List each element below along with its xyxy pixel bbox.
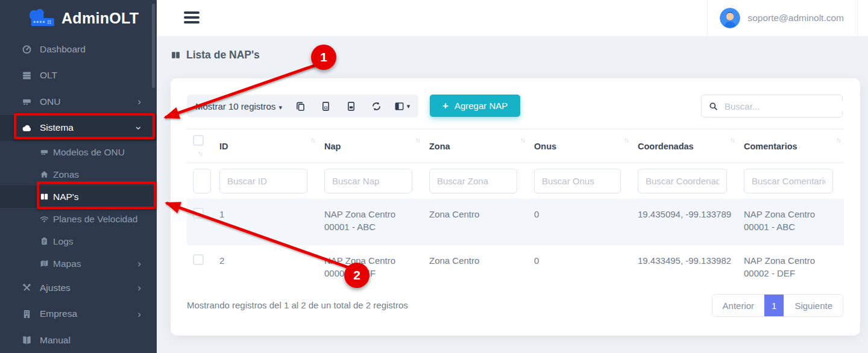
filter-input-nap[interactable] bbox=[324, 169, 412, 193]
nap-list-card: Mostrar 10 registros▾ ▾ + Agregar NAP ↑↓… bbox=[171, 78, 860, 336]
select-all-checkbox[interactable] bbox=[193, 135, 204, 146]
table-row: 1NAP Zona Centro 00001 - ABCZona Centro0… bbox=[187, 199, 844, 245]
sort-icon[interactable]: ↑↓ bbox=[624, 136, 628, 143]
sidebar-item-label: Ajustes bbox=[40, 283, 71, 293]
column-header-coordenadas[interactable]: Coordenadas↑↓ bbox=[632, 130, 738, 163]
sort-icon[interactable]: ↑↓ bbox=[415, 136, 420, 143]
table-row: 2NAP Zona Centro 00002 - DEFZona Centro0… bbox=[187, 245, 844, 292]
show-entries-dropdown[interactable]: Mostrar 10 registros▾ bbox=[195, 101, 282, 111]
column-header-nap[interactable]: Nap↑↓ bbox=[318, 130, 423, 163]
row-checkbox[interactable] bbox=[193, 254, 204, 265]
sidebar-item-nap-s[interactable]: NAP's bbox=[0, 186, 157, 208]
page-title: Lista de NAP's bbox=[171, 49, 260, 61]
cell-onus: 0 bbox=[528, 245, 632, 292]
user-menu[interactable]: soporte@adminolt.com bbox=[707, 0, 858, 36]
sidebar-item-manual[interactable]: Manual bbox=[0, 327, 157, 353]
pagination-prev-button[interactable]: Anterior bbox=[712, 295, 765, 316]
sort-icon[interactable]: ↑↓ bbox=[198, 149, 202, 157]
filter-input-comentarios[interactable] bbox=[744, 169, 833, 193]
filter-input-id[interactable] bbox=[219, 169, 307, 193]
sidebar-item-logs[interactable]: Logs bbox=[0, 230, 157, 252]
sidebar-item-label: Logs bbox=[53, 236, 74, 247]
add-nap-button[interactable]: + Agregar NAP bbox=[430, 95, 520, 117]
book-icon bbox=[22, 335, 32, 345]
filter-input-zona[interactable] bbox=[429, 169, 517, 193]
sidebar-item-zonas[interactable]: Zonas bbox=[0, 163, 157, 186]
refresh-button[interactable] bbox=[364, 95, 389, 117]
cell-zona: Zona Centro bbox=[423, 199, 528, 245]
sidebar-item-label: Sistema bbox=[40, 122, 74, 133]
wifi-icon bbox=[40, 214, 49, 223]
chevron-down-icon: › bbox=[134, 126, 145, 130]
brand[interactable]: AdminOLT bbox=[0, 0, 157, 36]
gauge-icon bbox=[22, 44, 32, 54]
column-header-onus[interactable]: Onus↑↓ bbox=[528, 130, 632, 163]
sidebar-item-label: Planes de Velocidad bbox=[53, 214, 137, 225]
file-button[interactable] bbox=[339, 95, 364, 117]
sort-icon[interactable]: ↑↓ bbox=[520, 136, 524, 143]
plus-icon: + bbox=[442, 100, 448, 112]
columns-icon bbox=[171, 50, 181, 60]
row-checkbox[interactable] bbox=[193, 208, 204, 219]
sidebar-item-mapas[interactable]: Mapas› bbox=[0, 252, 157, 275]
excel-button[interactable] bbox=[313, 95, 339, 117]
chevron-right-icon: › bbox=[137, 258, 141, 269]
clipboard-icon bbox=[40, 237, 49, 246]
sidebar-item-onu[interactable]: ONU› bbox=[0, 89, 157, 115]
sidebar: AdminOLT DashboardOLTONU›Sistema›Modelos… bbox=[0, 0, 157, 353]
cell-coordenadas: 19.433495, -99.133982 bbox=[632, 245, 738, 292]
sidebar-item-modelos-de-onu[interactable]: Modelos de ONU bbox=[0, 141, 157, 163]
modem-icon bbox=[40, 148, 49, 157]
sidebar-item-ajustes[interactable]: Ajustes› bbox=[0, 275, 157, 301]
cell-onus: 0 bbox=[528, 199, 632, 245]
filter-input-onus[interactable] bbox=[534, 169, 621, 193]
tools-icon bbox=[22, 283, 32, 293]
cell-comentarios: NAP Zona Centro 00002 - DEF bbox=[738, 245, 844, 292]
sidebar-item-planes-de-velocidad[interactable]: Planes de Velocidad bbox=[0, 208, 157, 230]
sort-icon[interactable]: ↑↓ bbox=[836, 136, 840, 143]
hamburger-icon[interactable] bbox=[184, 11, 200, 26]
excel-icon bbox=[321, 101, 331, 111]
user-avatar bbox=[720, 8, 740, 28]
card-footer: Mostrando registros del 1 al 2 de un tot… bbox=[187, 287, 843, 323]
filter-select-input[interactable] bbox=[193, 169, 211, 193]
sidebar-item-label: Manual bbox=[40, 335, 71, 346]
cell-coordenadas: 19.435094, -99.133789 bbox=[632, 199, 738, 245]
server-icon bbox=[22, 70, 32, 81]
chevron-right-icon: › bbox=[137, 96, 141, 107]
pagination-page-1[interactable]: 1 bbox=[764, 295, 784, 316]
column-header-comentarios[interactable]: Comentarios↑↓ bbox=[738, 130, 844, 163]
sidebar-item-dashboard[interactable]: Dashboard bbox=[0, 36, 157, 63]
brand-name: AdminOLT bbox=[61, 10, 139, 27]
column-header-id[interactable]: ID↑↓ bbox=[213, 130, 318, 163]
sidebar-item-sistema[interactable]: Sistema› bbox=[0, 115, 157, 142]
chevron-right-icon: › bbox=[137, 283, 141, 293]
column-header-zona[interactable]: Zona↑↓ bbox=[423, 130, 528, 163]
sidebar-item-label: OLT bbox=[40, 70, 57, 81]
table-button-group: Mostrar 10 registros▾ ▾ bbox=[187, 95, 418, 117]
topbar: soporte@adminolt.com bbox=[157, 0, 868, 36]
cell-zona: Zona Centro bbox=[423, 245, 528, 292]
cloud-router-icon bbox=[24, 7, 57, 30]
file-icon bbox=[346, 101, 356, 111]
copy-button[interactable] bbox=[288, 95, 313, 117]
building-icon bbox=[22, 309, 32, 319]
filter-input-coordenadas[interactable] bbox=[638, 169, 727, 193]
user-email: soporte@adminolt.com bbox=[747, 13, 844, 23]
sort-icon[interactable]: ↑↓ bbox=[730, 136, 734, 143]
sort-icon[interactable]: ↑↓ bbox=[310, 136, 315, 143]
search-icon bbox=[709, 102, 718, 111]
sidebar-item-label: ONU bbox=[40, 96, 60, 107]
cell-nap: NAP Zona Centro 00002 - DEF bbox=[318, 245, 423, 292]
cell-id: 2 bbox=[213, 245, 318, 292]
sidebar-item-empresa[interactable]: Empresa› bbox=[0, 301, 157, 328]
sidebar-menu: DashboardOLTONU›Sistema›Modelos de ONUZo… bbox=[0, 36, 157, 353]
copy-icon bbox=[295, 101, 306, 111]
sidebar-item-olt[interactable]: OLT bbox=[0, 63, 157, 89]
sidebar-item-label: Dashboard bbox=[40, 44, 86, 55]
columns-picker-button[interactable]: ▾ bbox=[389, 95, 415, 117]
search-input[interactable] bbox=[725, 101, 844, 111]
table-filter-row bbox=[187, 163, 844, 199]
nap-table: ↑↓ID↑↓Nap↑↓Zona↑↓Onus↑↓Coordenadas↑↓Come… bbox=[187, 129, 844, 292]
pagination-next-button[interactable]: Siguiente bbox=[784, 295, 843, 316]
